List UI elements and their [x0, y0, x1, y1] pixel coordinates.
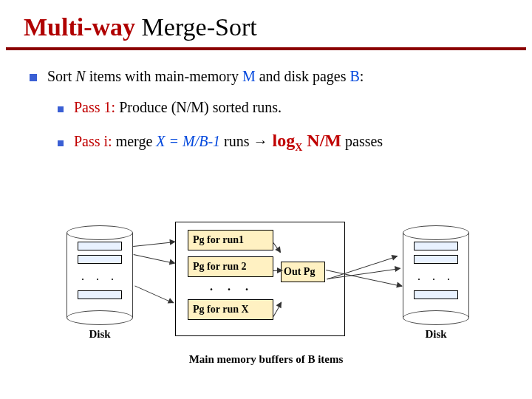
disk-left-label: Disk — [66, 328, 133, 341]
title-highlight: Multi-way — [24, 13, 135, 41]
output-page: Out Pg — [281, 262, 325, 282]
arrow-icon: → — [253, 133, 268, 149]
arrow-line — [134, 254, 175, 264]
t-b: B — [349, 68, 359, 84]
body-text: Sort N items with main-memory M and disk… — [0, 50, 532, 155]
t-n: N — [75, 68, 89, 84]
log-prefix: log — [268, 131, 296, 150]
square-bullet-icon — [30, 74, 37, 81]
t-mid: items with main-memory — [89, 68, 242, 84]
square-bullet-icon — [58, 140, 64, 146]
page-run-2: Pg for run 2 — [188, 256, 273, 277]
dots: . . . — [417, 270, 454, 283]
cylinder-body: . . . — [403, 233, 469, 318]
cylinder-bottom — [403, 310, 469, 325]
dots: . . . — [81, 270, 118, 283]
dots: . . . — [188, 280, 254, 293]
disk-page — [78, 242, 122, 250]
pass1-label: Pass 1: — [74, 99, 115, 115]
cylinder-body: . . . — [66, 233, 133, 318]
bullet-sub-1: Pass 1: Produce (N/M) sorted runs. — [58, 96, 510, 118]
t-m: M — [242, 68, 256, 84]
title-rest: Merge-Sort — [135, 13, 257, 41]
passi-t2: runs — [220, 133, 253, 149]
pass1-text: Produce (N/M) sorted runs. — [115, 99, 282, 115]
x-expr: X = M/B-1 — [156, 133, 220, 149]
bullet-main: Sort N items with main-memory M and disk… — [30, 65, 510, 87]
t-mid2: and disk pages — [256, 68, 350, 84]
page-run-1: Pg for run1 — [188, 230, 273, 250]
log-arg: N/M — [302, 131, 341, 150]
t-prefix: Sort — [47, 68, 75, 84]
sub2-text: Pass i: merge X = M/B-1 runs → logX N/M … — [74, 127, 383, 155]
slide-title: Multi-way Merge-Sort — [0, 0, 532, 47]
passes-text: passes — [341, 133, 383, 149]
square-bullet-icon — [58, 106, 64, 112]
disk-page — [414, 290, 458, 299]
bullet-sub-2: Pass i: merge X = M/B-1 runs → logX N/M … — [58, 127, 510, 155]
disk-left: . . . Disk — [66, 225, 133, 341]
disk-right: . . . Disk — [403, 225, 469, 341]
page-run-x: Pg for run X — [188, 299, 273, 320]
arrow-line — [273, 270, 282, 271]
disk-page — [414, 255, 458, 264]
bullet-main-text: Sort N items with main-memory M and disk… — [47, 65, 364, 87]
passi-label: Pass i: — [74, 133, 112, 149]
cylinder-bottom — [66, 310, 133, 325]
t-end: : — [360, 68, 364, 84]
disk-page — [414, 242, 458, 250]
disk-right-label: Disk — [403, 328, 469, 341]
sub1-text: Pass 1: Produce (N/M) sorted runs. — [74, 96, 282, 118]
arrow-line — [133, 242, 175, 247]
memory-caption: Main memory buffers of B items — [174, 353, 358, 366]
diagram: . . . Disk . . . Disk Pg for run1 Pg for… — [0, 222, 532, 384]
disk-page — [78, 290, 122, 299]
arrow-line — [134, 285, 173, 303]
disk-page — [78, 255, 122, 264]
log-sub: X — [295, 142, 302, 153]
passi-t1: merge — [112, 133, 157, 149]
